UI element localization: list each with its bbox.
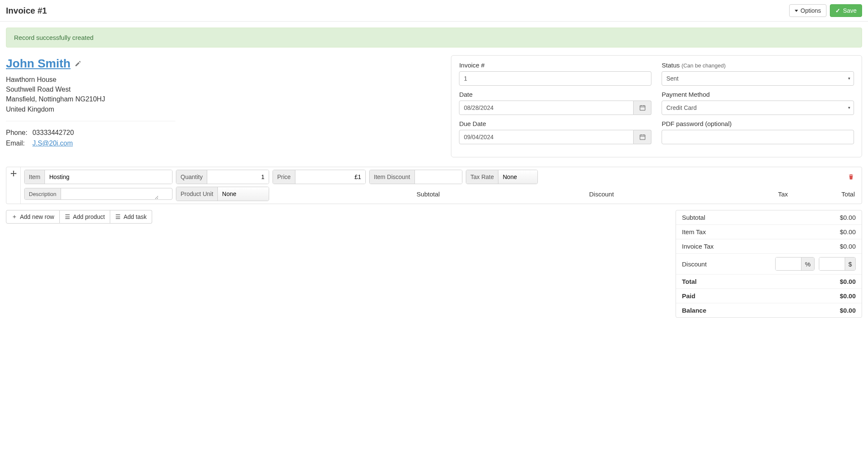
item-input[interactable] (45, 170, 172, 184)
phone-value: 03333442720 (32, 129, 74, 136)
tax-rate-select[interactable]: None (498, 170, 537, 184)
move-icon (11, 171, 17, 176)
discount-label: Discount (682, 260, 707, 268)
item-label: Item (25, 170, 45, 184)
caret-down-icon: ▾ (848, 76, 850, 81)
calendar-icon (640, 105, 645, 111)
customer-name-link[interactable]: John Smith (6, 57, 70, 70)
description-input[interactable] (61, 188, 159, 199)
description-label: Description (25, 188, 61, 199)
success-alert: Record successfully created (6, 28, 862, 48)
date-input[interactable] (459, 101, 634, 115)
item-tax-value: $0.00 (840, 228, 856, 235)
stack-icon: ☰ (115, 213, 121, 220)
email-link[interactable]: J.S@20i.com (32, 140, 72, 147)
quantity-input[interactable] (207, 170, 269, 184)
status-label: Status (Can be changed) (662, 62, 854, 69)
price-label: Price (273, 170, 295, 184)
total-label: Total (682, 278, 697, 285)
item-tax-label: Item Tax (682, 228, 706, 235)
save-label: Save (843, 7, 857, 14)
email-label: Email: (6, 138, 31, 149)
trash-icon (848, 174, 854, 180)
line-discount-label: Discount (447, 190, 618, 198)
tax-rate-label: Tax Rate (466, 170, 498, 184)
balance-value: $0.00 (840, 307, 856, 314)
discount-percent-input[interactable] (776, 258, 801, 270)
plus-icon: ＋ (11, 213, 17, 221)
stack-icon: ☰ (65, 213, 70, 220)
options-button[interactable]: Options (789, 4, 826, 17)
caret-down-icon (795, 10, 798, 12)
add-task-button[interactable]: ☰ Add task (110, 210, 152, 224)
phone-label: Phone: (6, 127, 31, 138)
subtotal-value: $0.00 (840, 214, 856, 221)
add-buttons: ＋ Add new row ☰ Add product ☰ Add task (6, 210, 152, 224)
add-row-button[interactable]: ＋ Add new row (6, 210, 60, 224)
calendar-icon (640, 134, 645, 140)
payment-method-label: Payment Method (662, 91, 854, 98)
divider (6, 121, 175, 121)
quantity-label: Quantity (176, 170, 207, 184)
product-unit-select[interactable]: None (218, 187, 269, 201)
payment-method-select[interactable]: Credit Card ▾ (662, 101, 854, 115)
date-picker-button[interactable] (634, 101, 651, 115)
add-product-button[interactable]: ☰ Add product (60, 210, 111, 224)
subtotal-label: Subtotal (682, 214, 705, 221)
line-total-label: Total (795, 190, 858, 198)
invoice-tax-value: $0.00 (840, 243, 856, 250)
invoice-tax-label: Invoice Tax (682, 243, 714, 250)
balance-label: Balance (682, 307, 707, 314)
item-discount-input[interactable] (415, 170, 462, 184)
customer-address: Hawthorn House Southwell Road West Mansf… (6, 75, 439, 114)
total-value: $0.00 (840, 278, 856, 285)
product-unit-label: Product Unit (176, 187, 218, 201)
item-discount-label: Item Discount (370, 170, 415, 184)
status-select[interactable]: Sent ▾ (662, 71, 854, 86)
dollar-suffix: $ (845, 258, 855, 270)
pdf-password-label: PDF password (optional) (662, 120, 854, 127)
paid-label: Paid (682, 292, 696, 300)
top-actions: Options ✓ Save (789, 4, 862, 17)
line-items: Item Quantity Price Item Discount Tax Ra… (6, 167, 862, 204)
save-button[interactable]: ✓ Save (830, 4, 862, 17)
drag-handle[interactable] (6, 167, 21, 187)
line-subtotal-label: Subtotal (273, 190, 443, 198)
percent-suffix: % (801, 258, 814, 270)
pdf-password-input[interactable] (662, 130, 854, 144)
caret-down-icon: ▾ (848, 106, 850, 110)
invoice-number-input[interactable] (459, 71, 651, 86)
check-icon: ✓ (835, 7, 840, 14)
due-date-input[interactable] (459, 130, 634, 144)
due-date-picker-button[interactable] (634, 130, 651, 144)
invoice-number-label: Invoice # (459, 62, 651, 69)
line-tax-label: Tax (620, 190, 791, 198)
discount-amount-input[interactable] (819, 258, 845, 270)
edit-icon[interactable] (75, 60, 81, 67)
delete-line-button[interactable] (844, 170, 858, 184)
paid-value: $0.00 (840, 292, 856, 300)
invoice-meta-panel: Invoice # Date Due Date (451, 55, 862, 157)
options-label: Options (801, 7, 821, 14)
price-input[interactable] (295, 170, 365, 184)
totals-panel: Subtotal $0.00 Item Tax $0.00 Invoice Ta… (676, 210, 862, 318)
page-title: Invoice #1 (6, 6, 47, 16)
due-date-label: Due Date (459, 120, 651, 127)
date-label: Date (459, 91, 651, 98)
